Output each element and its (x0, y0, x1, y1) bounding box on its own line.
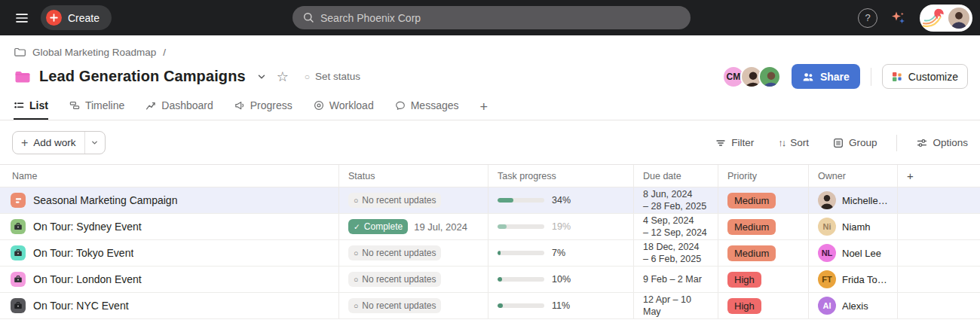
task-name: On Tour: Tokyo Event (33, 247, 133, 259)
status-date: 19 Jul, 2024 (414, 221, 467, 233)
menu-icon[interactable] (9, 5, 35, 31)
task-name-cell[interactable]: On Tour: NYC Event (0, 293, 339, 318)
favorite-star-icon[interactable]: ☆ (277, 70, 289, 84)
tab-list[interactable]: List (14, 99, 48, 120)
status-badge[interactable]: ✓ Complete (348, 219, 408, 234)
share-button[interactable]: Share (792, 64, 860, 89)
owner-cell[interactable]: NL Noel Lee (809, 240, 898, 266)
title-actions: CM Share Customize (722, 64, 968, 89)
column-header-name[interactable]: Name (0, 165, 339, 187)
due-date-cell[interactable]: 12 Apr – 10 May (634, 293, 718, 318)
owner-cell[interactable]: Michelle W... (809, 187, 898, 213)
due-date-cell[interactable]: 4 Sep, 2024– 12 Sep, 2024 (634, 214, 718, 239)
column-header-status[interactable]: Status (339, 165, 488, 187)
tab-label: Timeline (85, 99, 124, 111)
status-badge[interactable]: ○ No recent updates (348, 298, 441, 313)
ai-sparkles-icon[interactable] (890, 9, 908, 27)
column-header-priority[interactable]: Priority (718, 165, 809, 187)
briefcase-icon (11, 298, 26, 313)
status-label: No recent updates (362, 248, 436, 258)
group-button[interactable]: Group (833, 137, 877, 148)
tab-workload[interactable]: Workload (314, 99, 374, 120)
column-header-task-progress[interactable]: Task progress (488, 165, 634, 187)
task-name-cell[interactable]: On Tour: Tokyo Event (0, 240, 339, 266)
add-column-button[interactable]: + (898, 165, 980, 187)
priority-badge[interactable]: Medium (727, 245, 776, 261)
table-row[interactable]: On Tour: NYC Event ○ No recent updates 1… (0, 293, 980, 319)
owner-cell[interactable]: FT Frida Toms... (809, 267, 898, 292)
task-name-cell[interactable]: Seasonal Marketing Campaign (0, 187, 339, 213)
add-work-dropdown-button[interactable] (84, 132, 105, 154)
customize-label: Customize (908, 71, 958, 83)
help-button[interactable]: ? (858, 8, 877, 28)
add-work-button[interactable]: + Add work (13, 132, 84, 154)
status-cell[interactable]: ○ No recent updates (339, 240, 488, 266)
due-date-line1: 18 Dec, 2024 (643, 241, 701, 253)
progress-cell[interactable]: 34% (488, 187, 634, 213)
priority-cell[interactable]: High (718, 293, 809, 318)
priority-cell[interactable]: High (718, 267, 809, 292)
create-button[interactable]: Create (41, 5, 112, 30)
tab-messages[interactable]: Messages (395, 99, 459, 120)
status-cell[interactable]: ○ No recent updates (339, 293, 488, 318)
due-date-cell[interactable]: 9 Feb – 2 Mar (634, 267, 718, 292)
set-status-button[interactable]: ○ Set status (305, 71, 360, 82)
due-date-cell[interactable]: 8 Jun, 2024– 28 Feb, 2025 (634, 187, 718, 213)
table-row[interactable]: Seasonal Marketing Campaign ○ No recent … (0, 187, 980, 214)
priority-badge[interactable]: High (727, 272, 761, 288)
customize-button[interactable]: Customize (882, 64, 968, 89)
tab-label: Dashboard (161, 99, 213, 111)
owner-name: Niamh (842, 221, 871, 233)
filter-button[interactable]: Filter (715, 137, 754, 148)
tab-dashboard[interactable]: Dashboard (145, 99, 213, 120)
status-cell[interactable]: ○ No recent updates (339, 187, 488, 213)
column-header-owner[interactable]: Owner (809, 165, 898, 187)
progress-cell[interactable]: 7% (488, 240, 634, 266)
progress-cell[interactable]: 11% (488, 293, 634, 318)
phoenix-logo-icon (921, 7, 947, 29)
priority-badge[interactable]: High (727, 298, 761, 314)
status-badge[interactable]: ○ No recent updates (348, 245, 441, 260)
account-button[interactable] (920, 5, 972, 32)
progress-cell[interactable]: 19% (488, 214, 634, 239)
progress-cell[interactable]: 10% (488, 267, 634, 292)
priority-badge[interactable]: Medium (727, 193, 776, 209)
progress-bar (498, 303, 544, 308)
member-avatars[interactable]: CM (722, 65, 781, 88)
title-chevron-down-icon[interactable] (257, 72, 266, 81)
priority-cell[interactable]: Medium (718, 187, 809, 213)
priority-badge[interactable]: Medium (727, 219, 776, 235)
search-input[interactable]: Search Phoenix Corp (292, 6, 691, 29)
add-tab-button[interactable]: + (480, 100, 488, 120)
member-avatar-photo[interactable] (758, 65, 781, 88)
megaphone-icon (234, 100, 245, 111)
task-name-cell[interactable]: On Tour: London Event (0, 267, 339, 292)
table-row[interactable]: On Tour: Sydney Event ✓ Complete 19 Jul,… (0, 214, 980, 240)
table-row[interactable]: On Tour: Tokyo Event ○ No recent updates… (0, 240, 980, 267)
options-button[interactable]: Options (917, 137, 968, 148)
column-header-due-date[interactable]: Due date (634, 165, 718, 187)
owner-cell[interactable]: Al Alexis (809, 293, 898, 318)
table-row[interactable]: On Tour: London Event ○ No recent update… (0, 267, 980, 293)
tab-timeline[interactable]: Timeline (69, 99, 124, 120)
filter-label: Filter (731, 137, 754, 148)
sort-button[interactable]: ↑↓ Sort (778, 137, 809, 148)
tab-progress[interactable]: Progress (234, 99, 292, 120)
status-cell[interactable]: ○ No recent updates (339, 267, 488, 292)
progress-bar-fill (498, 198, 513, 203)
empty-cell (898, 240, 980, 266)
status-badge[interactable]: ○ No recent updates (348, 272, 441, 287)
task-name: On Tour: Sydney Event (33, 221, 142, 233)
task-name-cell[interactable]: On Tour: Sydney Event (0, 214, 339, 239)
status-badge[interactable]: ○ No recent updates (348, 193, 441, 208)
due-date-cell[interactable]: 18 Dec, 2024– 6 Feb, 2025 (634, 240, 718, 266)
progress-bar (498, 277, 544, 282)
priority-cell[interactable]: Medium (718, 240, 809, 266)
add-work-split-button: + Add work (12, 131, 106, 154)
priority-cell[interactable]: Medium (718, 214, 809, 239)
breadcrumb-project-link[interactable]: Global Marketing Roadmap (32, 47, 156, 58)
due-date-line1: 4 Sep, 2024 (643, 215, 707, 227)
owner-cell[interactable]: Ni Niamh (809, 214, 898, 239)
status-cell[interactable]: ✓ Complete 19 Jul, 2024 (339, 214, 488, 239)
owner-name: Alexis (842, 300, 868, 312)
